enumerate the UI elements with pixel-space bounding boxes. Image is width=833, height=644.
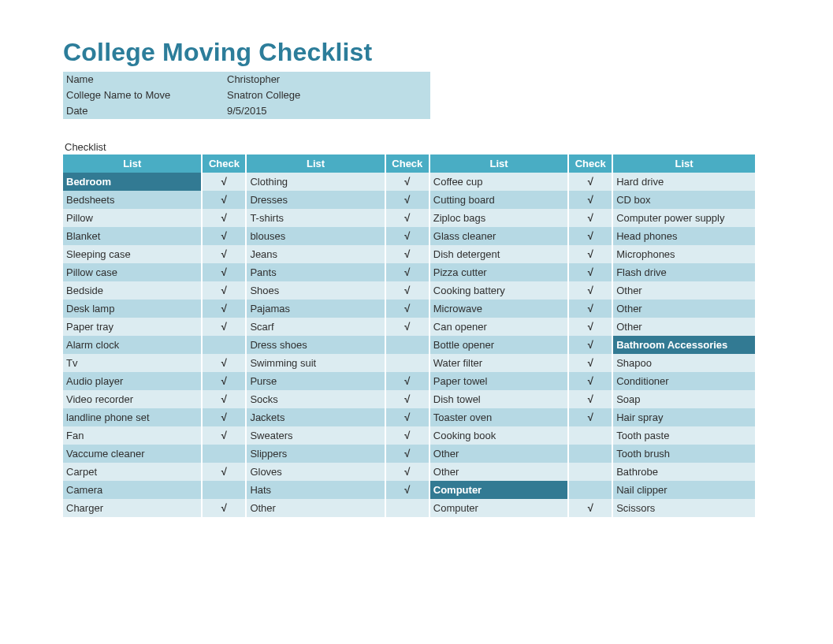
check-cell: √: [568, 300, 612, 318]
table-row: landline phone set√Jackets√Toaster oven√…: [63, 408, 755, 426]
list-cell: Tooth brush: [612, 445, 755, 463]
list-cell: Other: [612, 318, 755, 336]
check-cell: √: [202, 372, 246, 390]
check-cell: √: [385, 263, 430, 281]
list-cell: Scarf: [246, 318, 385, 336]
list-cell: Desk lamp: [63, 300, 202, 318]
list-cell: Microphones: [612, 245, 755, 263]
check-cell: √: [385, 300, 430, 318]
list-cell: Computer: [430, 499, 568, 517]
table-row: Bedroom√Clothing√Coffee cup√Hard drive: [63, 173, 755, 191]
info-row-date: Date 9/5/2015: [63, 103, 430, 119]
info-value: Snatron College: [224, 87, 430, 103]
list-cell: Jackets: [246, 408, 385, 426]
list-cell: Bedside: [63, 281, 202, 300]
list-cell: Alarm clock: [63, 336, 202, 354]
list-cell: Other: [246, 499, 385, 517]
table-row: Blanket√blouses√Glass cleaner√Head phone…: [63, 227, 755, 245]
list-cell: Slippers: [246, 445, 385, 463]
list-cell: Dish detergent: [430, 245, 568, 263]
list-cell: Tooth paste: [612, 426, 755, 445]
check-cell: √: [385, 209, 430, 227]
check-cell: √: [568, 281, 612, 300]
list-cell: Bedroom: [63, 173, 202, 191]
list-cell: Clothing: [246, 173, 385, 191]
list-cell: Other: [430, 445, 568, 463]
check-cell: [385, 354, 430, 372]
list-cell: Carpet: [63, 463, 202, 481]
table-row: Audio player√Purse√Paper towel√Condition…: [63, 372, 755, 390]
checklist-table: List Check List Check List Check List Be…: [63, 154, 755, 517]
list-cell: Coffee cup: [430, 173, 568, 191]
list-cell: Other: [612, 300, 755, 318]
table-row: Bedsheets√Dresses√Cutting board√CD box: [63, 191, 755, 209]
check-cell: √: [202, 408, 246, 426]
table-row: Video recorder√Socks√Dish towel√Soap: [63, 390, 755, 408]
list-cell: Hats: [246, 481, 385, 499]
check-cell: √: [385, 481, 430, 499]
checklist-heading: Checklist: [65, 141, 833, 153]
list-cell: Conditioner: [612, 372, 755, 390]
list-cell: Bedsheets: [63, 191, 202, 209]
check-cell: √: [202, 227, 246, 245]
list-cell: Bathrobe: [612, 463, 755, 481]
list-cell: landline phone set: [63, 408, 202, 426]
info-value: 9/5/2015: [224, 103, 430, 119]
check-cell: √: [202, 209, 246, 227]
list-cell: Ziploc bags: [430, 209, 568, 227]
check-cell: [385, 499, 430, 517]
table-row: Bedside√Shoes√Cooking battery√Other: [63, 281, 755, 300]
table-row: Sleeping case√Jeans√Dish detergent√Micro…: [63, 245, 755, 263]
list-cell: Sleeping case: [63, 245, 202, 263]
info-value: Christopher: [224, 72, 430, 87]
list-cell: Flash drive: [612, 263, 755, 281]
check-cell: [385, 336, 430, 354]
list-cell: Head phones: [612, 227, 755, 245]
list-cell: Paper tray: [63, 318, 202, 336]
check-cell: √: [568, 336, 612, 354]
list-cell: Purse: [246, 372, 385, 390]
list-cell: Socks: [246, 390, 385, 408]
table-body: Bedroom√Clothing√Coffee cup√Hard driveBe…: [63, 173, 755, 517]
table-row: Alarm clockDress shoesBottle opener√Bath…: [63, 336, 755, 354]
list-cell: Video recorder: [63, 390, 202, 408]
list-cell: Bathroom Accessories: [612, 336, 755, 354]
list-cell: Shoes: [246, 281, 385, 300]
table-row: CameraHats√ComputerNail clipper: [63, 481, 755, 499]
list-cell: Computer: [430, 481, 568, 499]
check-cell: √: [202, 390, 246, 408]
document-page: College Moving Checklist Name Christophe…: [0, 0, 833, 549]
list-cell: Toaster oven: [430, 408, 568, 426]
list-cell: Blanket: [63, 227, 202, 245]
check-cell: √: [385, 173, 430, 191]
check-cell: √: [385, 281, 430, 300]
table-row: Charger√OtherComputer√Scissors: [63, 499, 755, 517]
check-cell: √: [202, 173, 246, 191]
list-cell: CD box: [612, 191, 755, 209]
check-cell: √: [385, 191, 430, 209]
check-cell: √: [385, 318, 430, 336]
table-row: Paper tray√Scarf√Can opener√Other: [63, 318, 755, 336]
list-cell: Pizza cutter: [430, 263, 568, 281]
check-cell: [568, 426, 612, 445]
col-header-check: Check: [202, 154, 246, 173]
list-cell: Cooking book: [430, 426, 568, 445]
list-cell: Pillow case: [63, 263, 202, 281]
list-cell: Pajamas: [246, 300, 385, 318]
list-cell: Cutting board: [430, 191, 568, 209]
info-block: Name Christopher College Name to Move Sn…: [63, 72, 430, 119]
check-cell: [202, 336, 246, 354]
list-cell: Tv: [63, 354, 202, 372]
table-row: Tv√Swimming suitWater filter√Shapoo: [63, 354, 755, 372]
check-cell: [568, 463, 612, 481]
list-cell: Dress shoes: [246, 336, 385, 354]
check-cell: √: [202, 300, 246, 318]
check-cell: √: [568, 227, 612, 245]
list-cell: Jeans: [246, 245, 385, 263]
check-cell: √: [385, 408, 430, 426]
list-cell: blouses: [246, 227, 385, 245]
check-cell: √: [568, 408, 612, 426]
list-cell: Dresses: [246, 191, 385, 209]
list-cell: Other: [430, 463, 568, 481]
check-cell: √: [202, 263, 246, 281]
